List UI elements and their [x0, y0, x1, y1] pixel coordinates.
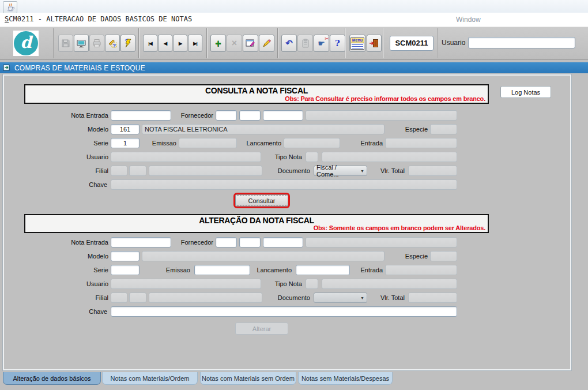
- alteracao-vlr-total-field: [408, 292, 457, 303]
- toolbar-separator: [277, 28, 278, 58]
- consulta-fornecedor-input-2[interactable]: [239, 110, 261, 121]
- java-coffee-glyph: [6, 3, 14, 12]
- field-help-button[interactable]: ?: [105, 35, 120, 52]
- alteracao-filial-field-2: [129, 292, 146, 303]
- workspace: CONSULTA A NOTA FISCAL Obs: Para Consult…: [0, 73, 588, 372]
- alteracao-usuario-field: [111, 279, 261, 289]
- consulta-modelo-input[interactable]: [111, 124, 140, 134]
- alteracao-entrada-field: [385, 265, 457, 275]
- tab-notas-sem-materiais-despesas[interactable]: Notas sem Materiais/Despesas: [298, 372, 393, 385]
- scissors-icon: ✂: [325, 36, 329, 42]
- execute-button[interactable]: [120, 35, 135, 52]
- tab-notas-com-materiais-ordem[interactable]: Notas com Materiais/Ordem: [102, 372, 198, 385]
- consultar-button[interactable]: Consultar: [235, 194, 288, 207]
- alteracao-emissao-label: Emissao: [146, 265, 190, 275]
- alteracao-entrada-label: Entrada: [339, 265, 383, 275]
- alteracao-section-header: ALTERAÇÃO DA NOTA FISCAL Obs: Somente os…: [24, 214, 489, 233]
- application-window: SCM0211 - ALTERACAO DE DADOS BASICOS DE …: [0, 0, 588, 390]
- menu-window[interactable]: Window: [456, 16, 481, 24]
- alteracao-filial-field-1: [111, 292, 127, 303]
- alteracao-nota-entrada-label: Nota Entrada: [51, 237, 108, 247]
- consulta-tipo-nota-desc-field: [322, 152, 457, 162]
- pencil-button[interactable]: [259, 35, 274, 52]
- tab-notas-com-materiais-sem-ordem[interactable]: Notas com Materiais sem Ordem: [200, 372, 296, 385]
- save-icon: [61, 39, 70, 48]
- alteracao-documento-label: Documento: [264, 292, 310, 303]
- module-window-icon: [3, 64, 10, 72]
- title-bar: [0, 0, 588, 13]
- alteracao-documento-combo: ▼: [314, 292, 367, 303]
- alteracao-modelo-input[interactable]: [111, 251, 140, 261]
- paste-icon: [301, 39, 310, 48]
- alteracao-filial-label: Filial: [51, 292, 108, 303]
- exit-button[interactable]: [367, 35, 382, 52]
- alteracao-fornecedor-input-2[interactable]: [239, 237, 261, 247]
- consulta-nota-entrada-input[interactable]: [111, 110, 171, 121]
- consulta-usuario-field: [111, 152, 261, 162]
- alteracao-serie-label: Serie: [51, 265, 108, 275]
- screen-button[interactable]: [74, 35, 89, 52]
- last-record-icon: ▶|: [193, 41, 197, 46]
- delete-button: ×: [227, 35, 242, 52]
- delete-icon: ×: [232, 38, 237, 48]
- select-hand-icon: ☛✂: [318, 39, 325, 48]
- toolbar-separator: [383, 28, 384, 58]
- first-record-button[interactable]: |◀: [143, 35, 157, 52]
- consulta-lancamento-label: Lancamento: [229, 138, 281, 148]
- consulta-tipo-nota-label: Tipo Nota: [258, 152, 302, 162]
- add-button[interactable]: +: [210, 35, 226, 52]
- alteracao-especie-field: [430, 251, 457, 261]
- next-record-button[interactable]: ▶: [173, 35, 187, 52]
- consulta-nota-entrada-label: Nota Entrada: [51, 110, 108, 121]
- consulta-filial-field-2: [129, 166, 146, 176]
- menu-icon: Menu: [350, 38, 364, 50]
- select-hand-button[interactable]: ☛✂: [314, 35, 329, 52]
- alteracao-tipo-nota-code-field: [306, 279, 318, 289]
- consulta-fornecedor-input-3[interactable]: [263, 110, 303, 121]
- pencil-icon: [262, 39, 272, 48]
- alteracao-lancamento-label: Lancamento: [241, 265, 292, 275]
- consulta-filial-label: Filial: [51, 166, 108, 176]
- log-notas-button[interactable]: Log Notas: [500, 86, 551, 98]
- consulta-vlr-total-field: [408, 166, 457, 176]
- logo-d-icon: d: [14, 31, 38, 55]
- help-button[interactable]: ?: [330, 35, 345, 52]
- consulta-fornecedor-input-1[interactable]: [216, 110, 237, 121]
- consulta-especie-field: [430, 124, 457, 134]
- java-coffee-icon[interactable]: [3, 1, 17, 13]
- consulta-entrada-label: Entrada: [339, 138, 383, 148]
- app-logo: d: [13, 31, 39, 56]
- edit-window-icon: [246, 39, 255, 48]
- toolbar: d ? |◀ ◀ ▶ ▶| + ×: [0, 27, 588, 60]
- alteracao-fornecedor-input-3[interactable]: [263, 237, 303, 247]
- print-button: [89, 35, 104, 52]
- alteracao-nota-entrada-input[interactable]: [111, 237, 171, 247]
- menu-button[interactable]: Menu: [349, 35, 365, 52]
- consulta-modelo-desc-field: NOTA FISCAL ELETRONICA: [142, 124, 385, 134]
- previous-record-button[interactable]: ◀: [158, 35, 172, 52]
- consulta-entrada-field: [385, 138, 457, 148]
- edit-window-button[interactable]: [243, 35, 258, 52]
- consulta-vlr-total-label: Vlr. Total: [368, 166, 405, 176]
- toolbar-separator: [437, 28, 438, 58]
- last-record-button[interactable]: ▶|: [188, 35, 202, 52]
- alteracao-fornecedor-input-1[interactable]: [216, 237, 237, 247]
- consulta-documento-value: Fiscal / Come...: [316, 164, 360, 178]
- alteracao-serie-input[interactable]: [111, 265, 140, 275]
- consulta-documento-label: Documento: [264, 166, 310, 176]
- consulta-chave-label: Chave: [51, 179, 107, 190]
- alteracao-chave-input[interactable]: [111, 306, 457, 317]
- previous-record-icon: ◀: [164, 41, 167, 46]
- alteracao-filial-name-field: [149, 292, 262, 303]
- tab-alteracao-dados-basicos[interactable]: Alteração de dados básicos: [3, 372, 101, 385]
- alteracao-obs: Obs: Somente os campos em branco podem s…: [314, 224, 485, 231]
- alteracao-tipo-nota-desc-field: [322, 279, 457, 289]
- program-code-field: SCM0211: [390, 36, 434, 51]
- undo-button[interactable]: ↶: [281, 35, 297, 52]
- menu-program-title[interactable]: SCM0211 - ALTERACAO DE DADOS BASICOS DE …: [5, 15, 192, 23]
- alteracao-modelo-desc-field: [142, 251, 385, 261]
- consulta-obs: Obs: Para Consultar é preciso informar t…: [285, 95, 485, 102]
- consulta-documento-combo[interactable]: Fiscal / Come... ▼: [314, 166, 367, 176]
- usuario-toolbar-input[interactable]: [468, 37, 575, 48]
- consulta-title: CONSULTA A NOTA FISCAL: [25, 86, 488, 95]
